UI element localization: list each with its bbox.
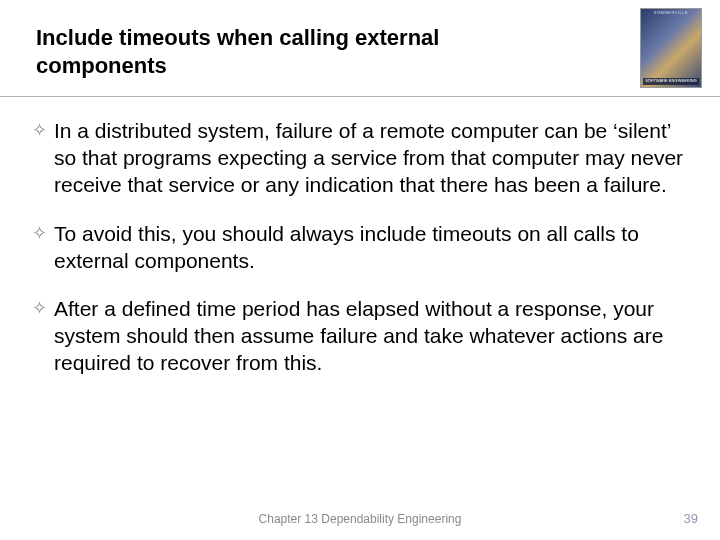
book-cover-thumbnail: SOMMERVILLE SOFTWARE ENGINEERING [640, 8, 702, 88]
book-author: SOMMERVILLE [643, 11, 699, 15]
list-item: ✧ In a distributed system, failure of a … [32, 118, 688, 199]
bullet-icon: ✧ [32, 221, 54, 246]
bullet-text: In a distributed system, failure of a re… [54, 118, 688, 199]
header-divider [0, 96, 720, 97]
page-number: 39 [684, 511, 698, 526]
bullet-icon: ✧ [32, 118, 54, 143]
bullet-text: After a defined time period has elapsed … [54, 296, 688, 377]
slide-title: Include timeouts when calling external c… [36, 24, 536, 79]
list-item: ✧ To avoid this, you should always inclu… [32, 221, 688, 275]
body-content: ✧ In a distributed system, failure of a … [32, 118, 688, 399]
slide: Include timeouts when calling external c… [0, 0, 720, 540]
list-item: ✧ After a defined time period has elapse… [32, 296, 688, 377]
bullet-text: To avoid this, you should always include… [54, 221, 688, 275]
bullet-icon: ✧ [32, 296, 54, 321]
footer-chapter: Chapter 13 Dependability Engineering [0, 512, 720, 526]
book-title: SOFTWARE ENGINEERING [643, 78, 699, 85]
